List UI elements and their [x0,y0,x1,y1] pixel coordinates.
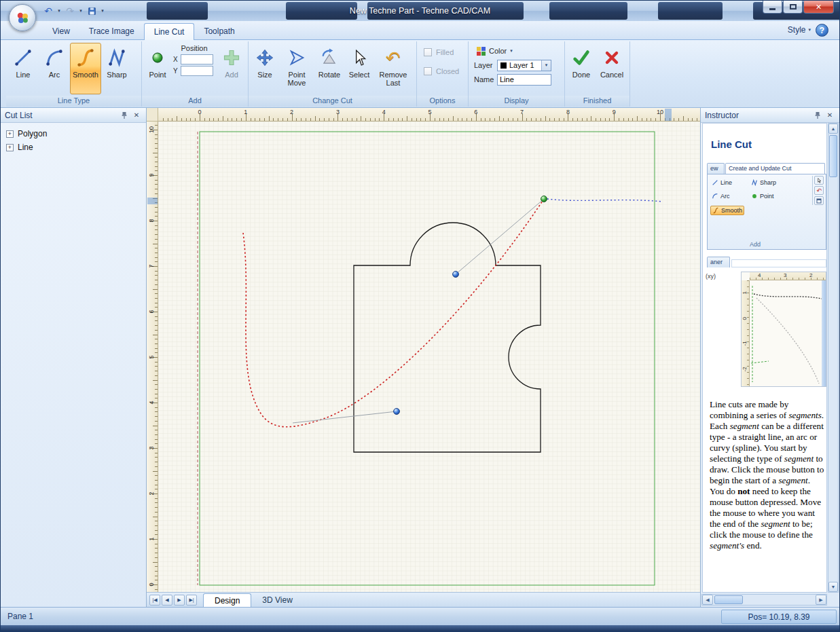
scroll-right-button[interactable]: ▶ [816,595,826,605]
app-menu-button[interactable] [9,4,36,31]
app-window: New Techne Part - Techne CAD/CAM ↶ ▾ ↷ ▾… [0,0,840,632]
drawing-area[interactable] [158,122,700,592]
tab-line-cut[interactable]: Line Cut [144,23,195,40]
x-input[interactable] [181,54,213,64]
nav-next-button[interactable]: ▶ [174,595,185,606]
scrollbar-thumb[interactable] [829,135,837,177]
maximize-button[interactable] [783,1,803,14]
cut-list-item[interactable]: +Polygon [1,127,146,141]
ruler-tick [155,384,158,385]
layer-color-swatch [500,62,507,69]
minimize-button[interactable] [763,1,782,14]
y-input[interactable] [181,66,213,76]
tab-design[interactable]: Design [203,593,251,608]
sharp-icon [106,47,128,69]
help-button[interactable]: ? [816,24,828,37]
ruler-tick [155,134,158,135]
redo-button[interactable]: ↷ [63,4,77,18]
tree-expand-icon[interactable]: + [6,144,14,151]
select-button[interactable]: Select [345,43,373,94]
group-label: Line Type [6,96,141,107]
ruler-tick [623,118,624,121]
ruler-number: 2 [287,109,297,115]
ruler-tick [227,118,228,121]
closed-checkbox[interactable] [424,67,432,75]
ruler-tick [425,118,426,121]
mini-tab-partial2: aner [707,257,730,267]
ruler-tick [619,118,619,121]
save-button[interactable] [85,4,98,18]
ruler-tick [255,118,255,121]
drawing-canvas[interactable] [158,122,700,592]
undo-dropdown[interactable]: ▾ [56,4,62,18]
pin-icon[interactable] [119,110,130,121]
cursor-position-readout: Pos= 10.19, 8.39 [721,610,837,624]
ruler-tick [155,225,158,226]
control-point[interactable] [453,272,459,278]
cancel-button[interactable]: Cancel [596,43,627,94]
layer-dropdown[interactable]: Layer 1 ▾ [497,60,551,71]
sharp-button[interactable]: Sharp [101,43,132,94]
filled-checkbox[interactable] [424,48,432,56]
ribbon-group-add: Point Position X Y Add Add [142,41,249,107]
tab-3d-view[interactable]: 3D View [251,593,303,607]
color-button[interactable]: Color ▾ [474,46,515,56]
active-point[interactable] [541,196,547,202]
nav-first-button[interactable]: |◀ [149,595,160,606]
tree-expand-icon[interactable]: + [6,130,14,138]
smooth-button[interactable]: Smooth [70,43,101,94]
redo-dropdown[interactable]: ▾ [77,4,84,18]
tab-view[interactable]: View [43,23,79,40]
line-button[interactable]: Line [7,43,39,94]
cut-list-panel: Cut List ✕ +Polygon+Line [1,108,147,607]
vertical-scrollbar[interactable]: ▲ ▼ [828,123,839,593]
cut-list-item[interactable]: +Line [1,141,146,154]
add-button[interactable]: Add [217,43,246,94]
point-move-button[interactable]: Point Move [280,43,314,94]
remove-last-button[interactable]: ↶ Remove Last [373,43,413,94]
name-input[interactable] [497,74,551,86]
size-button[interactable]: Size [250,43,280,94]
control-point[interactable] [394,409,400,415]
scroll-up-button[interactable]: ▲ [828,124,838,134]
ruler-number: 3 [332,109,343,115]
scroll-down-button[interactable]: ▼ [828,582,838,592]
ruler-tick [333,118,334,121]
scrollbar-thumb[interactable] [714,595,743,604]
ruler-tick [541,118,541,121]
tab-trace-image[interactable]: Trace Image [79,23,144,40]
ruler-tick [155,525,158,526]
ruler-number: 5 [424,109,435,115]
filled-label: Filled [436,48,454,56]
qat-dropdown[interactable]: ▾ [99,4,106,18]
nav-last-button[interactable]: ▶| [186,595,197,606]
style-selector[interactable]: Style ▾ [788,25,811,35]
tab-toolpath[interactable]: Toolpath [194,23,244,40]
scroll-left-button[interactable]: ◀ [702,595,713,605]
help-screenshot-canvas: 432 10-1-2 [741,272,826,387]
ribbon-tab-row: View Trace Image Line Cut Toolpath Style… [1,21,839,40]
rotate-icon [318,47,340,69]
close-panel-icon[interactable]: ✕ [131,110,142,121]
rotate-button[interactable]: Rotate [314,43,345,94]
done-button[interactable]: Done [566,43,596,94]
ruler-tick [190,118,191,121]
window-controls: ✕ [762,1,834,14]
group-label: Change Cut [249,96,416,107]
window-frame-bottom [1,625,839,631]
mini-point-button: Point [750,191,775,201]
point-button[interactable]: Point [143,43,172,94]
ruler-tick [471,118,472,121]
chevron-down-icon: ▾ [541,60,551,71]
ruler-tick [195,118,196,121]
ruler-tick [155,229,158,230]
close-button[interactable]: ✕ [803,1,834,14]
pin-icon[interactable] [812,110,823,121]
close-panel-icon[interactable]: ✕ [824,110,835,121]
arc-button[interactable]: Arc [39,43,70,94]
nav-prev-button[interactable]: ◀ [162,595,172,606]
ruler-number: 8 [562,109,573,115]
undo-button[interactable]: ↶ [41,4,55,18]
ruler-tick [499,116,500,121]
horizontal-scrollbar[interactable]: ◀ ▶ [701,594,827,606]
